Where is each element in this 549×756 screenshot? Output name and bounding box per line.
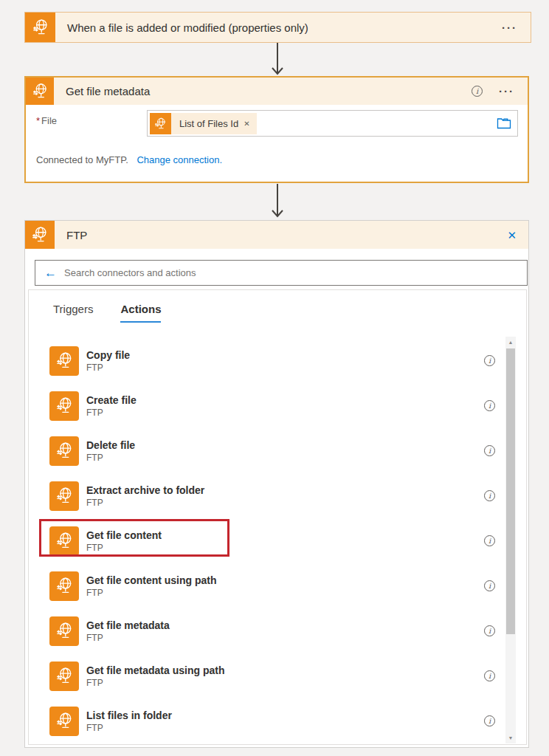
info-icon[interactable]: i [484, 715, 495, 726]
ftp-connector-icon [49, 346, 79, 376]
action-title: Create file [86, 394, 137, 406]
action-subtitle: FTP [86, 362, 130, 373]
vertical-scrollbar[interactable]: ▲ ▼ [505, 337, 516, 743]
list-item-delete-file[interactable]: Delete file FTP i [29, 428, 526, 473]
action-subtitle: FTP [86, 543, 162, 553]
list-item-get-file-metadata[interactable]: Get file metadata FTP i [29, 608, 526, 653]
connector-panel-ftp: FTP ✕ ← Triggers Actions Copy file FTP i [24, 220, 529, 748]
action-card-header[interactable]: Get file metadata i ··· [26, 78, 528, 105]
action-subtitle: FTP [86, 678, 224, 688]
search-input[interactable] [64, 261, 527, 285]
list-item-extract-archive-to-folder[interactable]: Extract archive to folder FTP i [29, 473, 526, 518]
trigger-title: When a file is added or modified (proper… [55, 21, 308, 34]
action-title: Get file metadata using path [86, 664, 224, 676]
list-item-get-file-content[interactable]: Get file content FTP i [29, 518, 526, 563]
file-field-input[interactable]: List of Files Id ✕ [147, 110, 518, 137]
trigger-menu-button[interactable]: ··· [502, 22, 531, 33]
info-icon[interactable]: i [472, 86, 483, 97]
ftp-connector-icon [49, 436, 79, 466]
ftp-connector-icon [150, 113, 171, 134]
token-label: List of Files Id [171, 118, 244, 129]
list-item-create-file[interactable]: Create file FTP i [29, 383, 526, 428]
file-field-label: *File [36, 115, 57, 126]
close-icon[interactable]: ✕ [507, 230, 528, 241]
info-icon[interactable]: i [484, 580, 495, 591]
flow-connector-arrow [270, 184, 285, 219]
connection-status-text: Connected to MyFTP. [36, 154, 128, 165]
scrollbar-thumb[interactable] [506, 348, 515, 634]
ftp-connector-icon [25, 221, 55, 249]
action-card-title: Get file metadata [54, 85, 150, 97]
required-marker: * [36, 115, 40, 126]
tab-actions[interactable]: Actions [120, 303, 161, 323]
info-icon[interactable]: i [484, 490, 495, 501]
dynamic-content-token[interactable]: List of Files Id ✕ [150, 113, 257, 134]
ftp-connector-icon [49, 571, 79, 601]
info-icon[interactable]: i [484, 670, 495, 681]
action-subtitle: FTP [86, 723, 172, 733]
scrollbar-up-icon[interactable]: ▲ [505, 337, 516, 348]
panel-title: FTP [55, 229, 87, 241]
action-title: Get file content [86, 529, 162, 541]
action-title: List files in folder [86, 709, 172, 721]
action-title: Extract archive to folder [86, 484, 204, 496]
list-item-list-files-in-folder[interactable]: List files in folder FTP i [29, 698, 526, 743]
action-subtitle: FTP [86, 453, 135, 463]
action-title: Copy file [86, 349, 130, 361]
change-connection-link[interactable]: Change connection. [137, 154, 222, 165]
list-item-copy-file[interactable]: Copy file FTP i [29, 338, 526, 383]
action-list: Copy file FTP i Create file FTP i Dele [29, 336, 526, 743]
info-icon[interactable]: i [484, 445, 495, 456]
tabs-row: Triggers Actions [29, 290, 526, 336]
info-icon[interactable]: i [484, 625, 495, 636]
trigger-card[interactable]: When a file is added or modified (proper… [24, 12, 531, 43]
ftp-connector-icon [25, 13, 55, 42]
results-container: Triggers Actions Copy file FTP i Create … [28, 289, 527, 745]
connection-status-row: Connected to MyFTP. Change connection. [36, 154, 222, 165]
action-title: Delete file [86, 439, 135, 451]
ftp-connector-icon [49, 616, 79, 646]
list-item-get-file-content-using-path[interactable]: Get file content using path FTP i [29, 563, 526, 608]
action-subtitle: FTP [86, 498, 204, 508]
search-box[interactable]: ← [35, 260, 528, 286]
ftp-connector-icon [49, 526, 79, 556]
info-icon[interactable]: i [484, 355, 495, 366]
ftp-connector-icon [49, 662, 79, 691]
action-card-get-file-metadata[interactable]: Get file metadata i ··· *File List of Fi… [24, 76, 529, 183]
ftp-connector-icon [49, 391, 79, 421]
folder-picker-icon[interactable] [497, 117, 511, 133]
ftp-connector-icon [49, 707, 79, 736]
tab-triggers[interactable]: Triggers [53, 303, 93, 321]
info-icon[interactable]: i [484, 535, 495, 546]
panel-header: FTP ✕ [25, 221, 528, 249]
action-subtitle: FTP [86, 588, 217, 598]
action-title: Get file content using path [86, 574, 217, 586]
action-card-menu-button[interactable]: ··· [499, 86, 514, 97]
list-item-get-file-metadata-using-path[interactable]: Get file metadata using path FTP i [29, 653, 526, 698]
ftp-connector-icon [26, 78, 54, 105]
action-subtitle: FTP [86, 633, 170, 643]
action-subtitle: FTP [86, 408, 137, 418]
token-remove-icon[interactable]: ✕ [244, 120, 256, 128]
info-icon[interactable]: i [484, 400, 495, 411]
action-card-body: *File List of Files Id ✕ Connected to My… [26, 105, 528, 182]
flow-connector-arrow [270, 43, 285, 76]
scrollbar-down-icon[interactable]: ▼ [505, 732, 516, 743]
back-arrow-icon[interactable]: ← [35, 267, 64, 279]
action-title: Get file metadata [86, 619, 170, 631]
ftp-connector-icon [49, 481, 79, 511]
